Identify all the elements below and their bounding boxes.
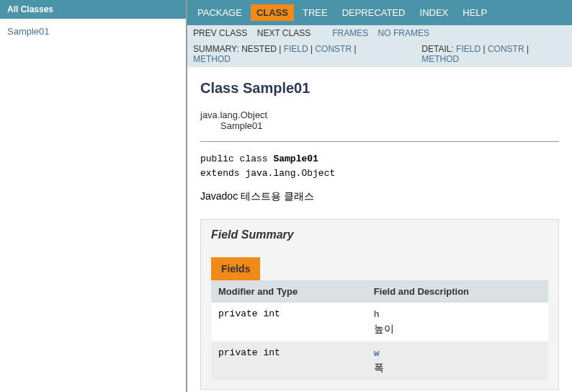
field-link-w[interactable]: w [374, 348, 380, 359]
nav-next-class: NEXT CLASS [257, 28, 310, 38]
fields-table: Modifier and Type Field and Description … [211, 280, 548, 380]
inheritance-tree: java.lang.Object Sample01 [200, 110, 559, 131]
sidebar-header: All Classes [0, 0, 186, 19]
nav-no-frames[interactable]: NO FRAMES [378, 28, 429, 38]
top-nav: PACKAGE CLASS TREE DEPRECATED INDEX HELP [187, 0, 572, 25]
field-desc: 폭 [374, 362, 541, 375]
nav-help[interactable]: HELP [457, 4, 493, 21]
field-summary-heading: Field Summary [211, 228, 548, 241]
field-desc: 높이 [374, 323, 541, 336]
main: PACKAGE CLASS TREE DEPRECATED INDEX HELP… [187, 0, 572, 392]
sub-nav: PREV CLASS NEXT CLASS FRAMES NO FRAMES [187, 25, 572, 41]
fields-caption: Fields [211, 257, 260, 280]
nav-index[interactable]: INDEX [414, 4, 455, 21]
detail-label: DETAIL: [421, 44, 453, 54]
detail-field[interactable]: FIELD [456, 44, 481, 54]
field-modtype: private int [211, 342, 367, 380]
table-row: private int h 높이 [211, 303, 548, 342]
col-modifier-type: Modifier and Type [211, 280, 367, 303]
inheritance-child: Sample01 [220, 120, 559, 131]
content: Class Sample01 java.lang.Object Sample01… [187, 67, 572, 392]
nav-frames[interactable]: FRAMES [332, 28, 368, 38]
class-declaration: public class Sample01 extends java.lang.… [200, 152, 559, 180]
summary-field[interactable]: FIELD [284, 44, 308, 54]
detail-constr[interactable]: CONSTR [488, 44, 524, 54]
class-description: Javadoc 테스트용 클래스 [200, 190, 559, 203]
inheritance-parent: java.lang.Object [200, 110, 559, 120]
col-field-description: Field and Description [367, 280, 548, 303]
summary-nav: SUMMARY: NESTED | FIELD | CONSTR | METHO… [187, 41, 572, 67]
sidebar: All Classes Sample01 [0, 0, 187, 392]
nav-package[interactable]: PACKAGE [192, 4, 248, 21]
nav-tree[interactable]: TREE [297, 4, 334, 21]
detail-method[interactable]: METHOD [421, 54, 459, 64]
summary-label: SUMMARY: [193, 44, 239, 54]
field-link-h[interactable]: h [374, 309, 380, 320]
summary-constr[interactable]: CONSTR [315, 44, 352, 54]
table-row: private int w 폭 [211, 342, 548, 380]
summary-nested: NESTED [241, 44, 277, 54]
summary-method[interactable]: METHOD [193, 54, 231, 64]
class-title: Class Sample01 [200, 80, 559, 97]
nav-deprecated[interactable]: DEPRECATED [336, 4, 411, 21]
field-summary-box: Field Summary Fields Modifier and Type F… [200, 219, 559, 390]
sidebar-item-sample01[interactable]: Sample01 [7, 26, 50, 37]
class-name: Sample01 [273, 153, 318, 164]
separator [200, 141, 559, 142]
nav-prev-class: PREV CLASS [193, 28, 247, 38]
nav-class[interactable]: CLASS [251, 4, 294, 21]
field-modtype: private int [211, 303, 367, 342]
sidebar-body: Sample01 [0, 19, 186, 44]
